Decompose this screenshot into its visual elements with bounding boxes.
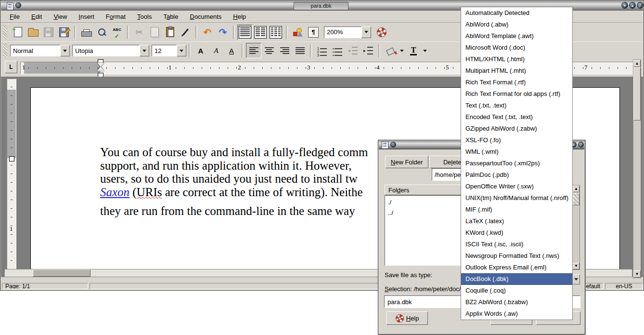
save-type-dropdown-arrow[interactable] <box>572 274 580 284</box>
bullet-list-button[interactable]: ••• <box>330 43 345 58</box>
size-select[interactable]: 12 <box>152 45 177 56</box>
format-option[interactable]: Encoded Text (.txt, .text) <box>461 111 572 123</box>
text-color-dropdown-arrow[interactable] <box>421 43 429 58</box>
open-button[interactable] <box>26 25 41 40</box>
scroll-down-arrow[interactable]: ▼ <box>633 270 641 278</box>
style-select[interactable]: Normal <box>10 45 60 56</box>
format-option[interactable]: Multipart HTML (.mht) <box>461 65 572 77</box>
format-option[interactable]: PalmDoc (.pdb) <box>461 169 572 181</box>
format-option[interactable]: Text (.txt, .text) <box>461 100 572 111</box>
maximize-icon[interactable]: ▴ <box>629 2 636 9</box>
font-select[interactable]: Utopia <box>72 45 140 56</box>
align-justify-button[interactable] <box>292 43 308 58</box>
two-columns-button[interactable] <box>253 25 268 40</box>
dialog-help-button[interactable]: Help <box>386 311 428 325</box>
toolbar-grip[interactable] <box>3 25 7 40</box>
font-dropdown-arrow[interactable] <box>140 45 149 56</box>
format-option[interactable]: BZ2 AbiWord (.bzabw) <box>461 296 572 308</box>
bold-button[interactable]: A <box>193 43 208 58</box>
format-option[interactable]: OpenOffice Writer (.sxw) <box>461 181 572 192</box>
increase-indent-button[interactable]: ▸ <box>361 43 376 58</box>
format-option[interactable]: Rich Text Format for old apps (.rtf) <box>461 88 572 100</box>
window-menu-button[interactable]: - <box>15 2 21 8</box>
format-option[interactable]: PassepartoutToo (.xml2ps) <box>461 158 572 169</box>
insert-image-button[interactable] <box>290 25 306 40</box>
format-option[interactable]: Applix Words (.aw) <box>461 308 572 320</box>
new-document-button[interactable]: + <box>10 25 26 40</box>
undo-button[interactable]: ↶ <box>200 25 215 40</box>
format-option[interactable]: HTML/XHTML (.html) <box>461 54 572 65</box>
format-option[interactable]: LaTeX (.latex) <box>461 215 572 227</box>
format-option[interactable]: Microsoft Word (.doc) <box>461 42 572 54</box>
menu-item[interactable]: Documents <box>184 12 228 21</box>
close-icon[interactable]: ╱ <box>637 2 644 9</box>
show-paragraphs-button[interactable]: ¶ <box>306 25 321 40</box>
minimize-icon[interactable]: ▾ <box>621 2 628 9</box>
format-option[interactable]: ISCII Text (.isc, .iscii) <box>461 239 572 250</box>
format-option[interactable]: UNIX(tm) Nroff/Manual format (.nroff) <box>461 192 572 204</box>
top-margin-marker[interactable] <box>9 156 14 161</box>
dialog-window-menu-button[interactable]: - <box>390 142 396 147</box>
numbered-list-button[interactable]: 123 <box>314 43 330 58</box>
redo-button[interactable]: ↷ <box>215 25 231 40</box>
vertical-scrollbar[interactable]: ▲ ▼ <box>633 59 641 278</box>
scroll-up-arrow[interactable]: ▲ <box>573 186 580 192</box>
format-option[interactable]: MIF (.mif) <box>461 204 572 215</box>
highlight-dropdown-arrow[interactable] <box>398 43 406 58</box>
format-option[interactable]: Rich Text Format (.rtf) <box>461 77 572 88</box>
save-as-button[interactable] <box>56 25 72 40</box>
indent-marker[interactable] <box>97 59 104 78</box>
menu-item[interactable]: Tools <box>131 12 157 21</box>
scroll-up-arrow[interactable]: ▲ <box>633 60 641 67</box>
vertical-ruler[interactable]: 1 <box>7 79 16 276</box>
print-button[interactable] <box>78 25 94 40</box>
spell-check-button[interactable]: ABC✓ <box>109 25 125 40</box>
vertical-scrollbar-thumb[interactable] <box>633 67 641 121</box>
format-option[interactable]: Newsgroup Formatted Text (.nws) <box>461 250 572 262</box>
format-option[interactable]: Outlook Express Email (.eml) <box>461 262 572 273</box>
horizontal-scrollbar-thumb[interactable] <box>33 269 90 277</box>
files-scrollbar-thumb[interactable] <box>573 193 580 205</box>
ink-tool-button[interactable] <box>178 25 193 40</box>
size-dropdown-arrow[interactable] <box>177 45 186 56</box>
format-option[interactable]: WML (.wml) <box>461 146 572 158</box>
tab-stop-selector[interactable]: L <box>5 61 17 73</box>
format-option[interactable]: GZipped AbiWord (.zabw) <box>461 123 572 134</box>
format-option[interactable]: Automatically Detected <box>461 7 572 19</box>
toolbar-grip[interactable] <box>3 43 7 58</box>
format-option[interactable]: XSL-FO (.fo) <box>461 134 572 146</box>
language-indicator[interactable]: en-US <box>605 283 643 289</box>
help-button[interactable] <box>374 25 389 40</box>
zoom-input[interactable]: 200% <box>324 27 361 38</box>
menu-item[interactable]: Edit <box>26 12 48 21</box>
dialog-close-icon[interactable]: ╱ <box>578 142 584 147</box>
new-folder-button[interactable]: New Folder <box>385 156 428 168</box>
format-option[interactable]: DocBook (.dbk) <box>461 273 572 285</box>
menu-item[interactable]: File <box>4 12 26 21</box>
align-right-button[interactable] <box>277 43 292 58</box>
paste-button[interactable] <box>162 25 178 40</box>
scroll-down-arrow[interactable]: ▼ <box>573 263 580 269</box>
italic-button[interactable]: A <box>208 43 224 58</box>
underline-button[interactable]: A <box>224 43 239 58</box>
menu-item[interactable]: Table <box>157 12 184 21</box>
format-option[interactable]: KWord (.kwd) <box>461 227 572 239</box>
one-column-button[interactable] <box>237 25 253 40</box>
menu-item[interactable]: Insert <box>73 12 100 21</box>
highlight-button[interactable] <box>383 43 398 58</box>
format-option[interactable]: AbiWord (.abw) <box>461 19 572 30</box>
saxon-hyperlink[interactable]: Saxon <box>100 186 129 199</box>
print-preview-button[interactable] <box>94 25 109 40</box>
zoom-dropdown-arrow[interactable] <box>361 27 371 38</box>
format-option[interactable]: AbiWord Template (.awt) <box>461 30 572 42</box>
menu-item[interactable]: Format <box>100 12 131 21</box>
three-columns-button[interactable] <box>268 25 283 40</box>
text-color-button[interactable]: T <box>406 43 421 58</box>
align-center-button[interactable] <box>261 43 277 58</box>
files-list-scrollbar[interactable]: ▲ ▼ <box>572 185 580 270</box>
align-left-button[interactable] <box>246 43 261 58</box>
style-dropdown-arrow[interactable] <box>60 45 70 56</box>
menu-item[interactable]: Help <box>227 12 252 21</box>
menu-item[interactable]: View <box>48 12 73 21</box>
format-option[interactable]: Coquille (.coq) <box>461 285 572 296</box>
